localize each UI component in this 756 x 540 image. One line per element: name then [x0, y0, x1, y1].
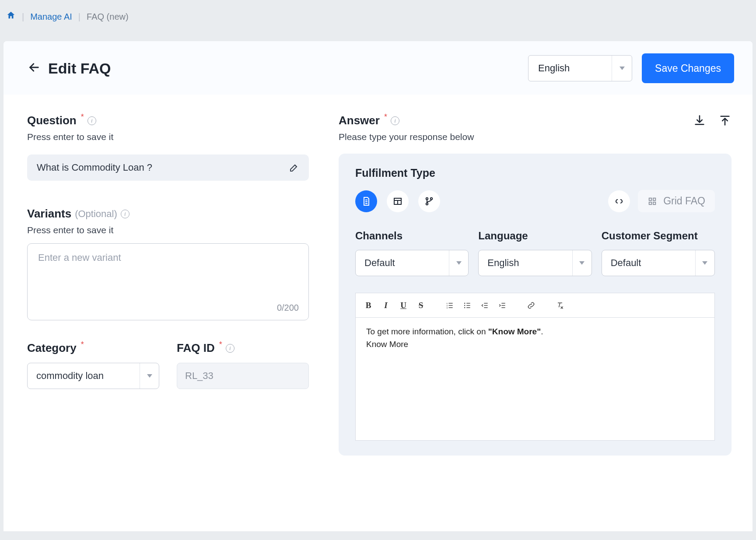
editor-body[interactable]: To get more information, click on "Know … — [356, 318, 714, 440]
info-icon[interactable]: i — [391, 116, 399, 125]
variants-counter: 0/200 — [277, 303, 299, 313]
main-card: Edit FAQ English Save Changes Question *… — [4, 41, 752, 531]
required-marker: * — [81, 340, 84, 349]
editor-line1-post: . — [541, 327, 543, 336]
home-icon[interactable] — [6, 11, 16, 23]
segment-select[interactable]: Default — [602, 250, 715, 276]
svg-rect-10 — [649, 198, 652, 200]
info-icon[interactable]: i — [226, 344, 234, 353]
variants-input-box[interactable]: 0/200 — [27, 243, 309, 320]
svg-line-33 — [559, 303, 560, 307]
channels-select[interactable]: Default — [355, 250, 469, 276]
rich-text-editor: B I U S 123 — [355, 293, 715, 441]
segment-value: Default — [602, 257, 695, 269]
question-label: Question — [27, 114, 77, 127]
save-changes-button[interactable]: Save Changes — [642, 53, 734, 83]
unordered-list-button[interactable] — [462, 301, 472, 310]
category-label: Category — [27, 341, 77, 355]
chevron-down-icon — [147, 374, 152, 378]
svg-point-22 — [464, 307, 466, 308]
editor-toolbar: B I U S 123 — [356, 293, 714, 318]
svg-rect-13 — [653, 202, 656, 204]
variants-label: Variants — [27, 207, 71, 221]
breadcrumb-separator: | — [22, 12, 24, 22]
category-select[interactable]: commodity loan — [27, 363, 159, 389]
svg-text:3: 3 — [447, 306, 448, 309]
channels-value: Default — [356, 257, 449, 269]
question-sublabel: Press enter to save it — [27, 132, 309, 142]
svg-point-21 — [464, 305, 466, 306]
required-marker: * — [219, 340, 222, 349]
fulfilment-title: Fulfilment Type — [355, 167, 715, 179]
chevron-down-icon — [579, 261, 584, 265]
svg-point-9 — [430, 197, 432, 199]
strikethrough-button[interactable]: S — [416, 301, 426, 310]
ordered-list-button[interactable]: 123 — [445, 301, 455, 310]
svg-rect-11 — [653, 198, 656, 200]
download-icon[interactable] — [693, 114, 706, 127]
category-value: commodity loan — [28, 370, 140, 382]
breadcrumb-current: FAQ (new) — [87, 12, 129, 22]
question-value: What is Commodity Loan ? — [37, 162, 289, 173]
required-marker: * — [81, 112, 84, 122]
svg-rect-12 — [649, 202, 652, 204]
chevron-down-icon — [456, 261, 462, 265]
editor-line1-pre: To get more information, click on — [366, 327, 488, 336]
variants-input[interactable] — [37, 252, 299, 264]
info-icon[interactable]: i — [121, 210, 130, 218]
language-label: Language — [478, 230, 592, 242]
editor-line1-bold: "Know More" — [488, 327, 541, 336]
bold-button[interactable]: B — [364, 301, 373, 310]
fulfilment-type-table[interactable] — [387, 190, 409, 212]
answer-sublabel: Please type your response below — [339, 132, 693, 142]
question-pill: What is Commodity Loan ? — [27, 154, 309, 181]
indent-button[interactable] — [497, 301, 507, 310]
breadcrumb: | Manage AI | FAQ (new) — [0, 0, 756, 31]
italic-button[interactable]: I — [381, 301, 391, 310]
required-marker: * — [384, 112, 387, 122]
fulfilment-card: Fulfilment Type — [339, 154, 732, 456]
link-break-icon[interactable] — [608, 190, 630, 212]
header-language-value: English — [528, 63, 612, 74]
svg-point-20 — [464, 302, 466, 304]
breadcrumb-manage-ai[interactable]: Manage AI — [30, 12, 72, 22]
page-title: Edit FAQ — [48, 60, 111, 77]
edit-question-icon[interactable] — [289, 162, 299, 173]
breadcrumb-separator: | — [78, 12, 80, 22]
channels-label: Channels — [355, 230, 469, 242]
fulfilment-type-branch[interactable] — [418, 190, 440, 212]
faq-id-input[interactable] — [177, 363, 309, 389]
faq-id-label: FAQ ID — [177, 341, 215, 355]
underline-button[interactable]: U — [399, 301, 408, 310]
chevron-down-icon — [702, 261, 707, 265]
fulfilment-type-document[interactable] — [355, 190, 377, 212]
svg-point-8 — [426, 203, 428, 204]
outdent-button[interactable] — [480, 301, 490, 310]
editor-line2: Know More — [366, 340, 408, 349]
answer-label: Answer — [339, 114, 380, 127]
info-icon[interactable]: i — [88, 116, 96, 125]
language-select[interactable]: English — [478, 250, 592, 276]
card-header: Edit FAQ English Save Changes — [4, 41, 752, 95]
link-button[interactable] — [526, 301, 536, 310]
header-language-select[interactable]: English — [528, 55, 632, 81]
back-arrow-icon[interactable] — [28, 61, 40, 76]
grid-faq-label: Grid FAQ — [663, 195, 705, 207]
svg-point-7 — [426, 197, 428, 199]
language-value: English — [479, 257, 572, 269]
clear-format-button[interactable] — [555, 301, 565, 310]
variants-sublabel: Press enter to save it — [27, 225, 309, 235]
grid-faq-button[interactable]: Grid FAQ — [638, 190, 715, 212]
chevron-down-icon — [620, 67, 625, 70]
upload-icon[interactable] — [718, 114, 732, 127]
variants-optional: (Optional) — [75, 208, 117, 220]
segment-label: Customer Segment — [602, 230, 715, 242]
